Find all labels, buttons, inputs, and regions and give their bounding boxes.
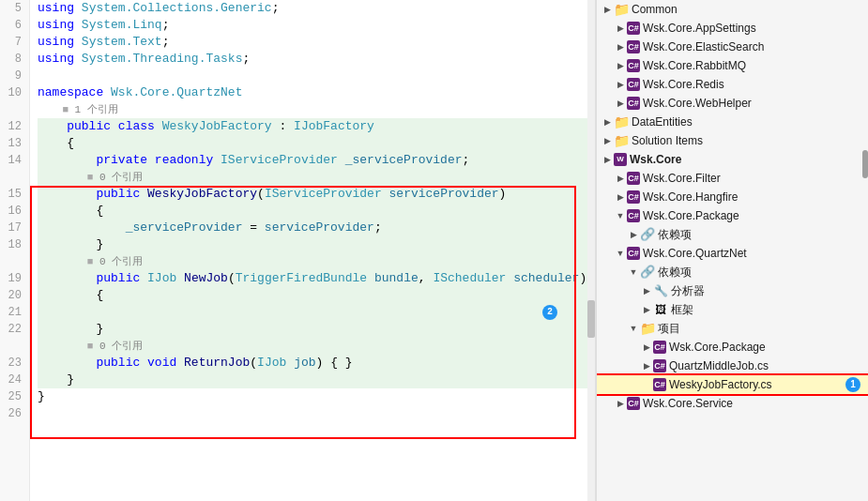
code-line: using System.Threading.Tasks; [38, 51, 595, 68]
node-label: Wsk.Core.RabbitMQ [643, 56, 746, 75]
solution-explorer-scrollbar[interactable] [862, 150, 868, 178]
code-line: namespace Wsk.Core.QuartzNet [38, 84, 595, 101]
code-line: using System.Linq; [38, 17, 595, 34]
tree-node-wskpkg2[interactable]: ▶ C# Wsk.Core.Package [597, 338, 868, 357]
tree-node-filter[interactable]: ▶ C# Wsk.Core.Filter [597, 169, 868, 188]
node-label: Wsk.Core.Redis [643, 75, 724, 94]
node-label: 框架 [671, 300, 693, 319]
ref-icon: 🔗 [640, 227, 655, 242]
tree-node-package[interactable]: ▼ C# Wsk.Core.Package [597, 206, 868, 225]
tree-node-pkg-deps[interactable]: ▶ 🔗 依赖项 [597, 225, 868, 244]
tree-node-webhelper[interactable]: ▶ C# Wsk.Core.WebHelper [597, 94, 868, 113]
tree-node-items[interactable]: ▼ 📁 项目 [597, 319, 868, 338]
tree-node-quartznet[interactable]: ▼ C# Wsk.Core.QuartzNet [597, 244, 868, 263]
expand-icon: ▶ [601, 115, 614, 129]
code-line: using System.Collections.Generic; [38, 0, 595, 17]
tree-node-solutionitems[interactable]: ▶ 📁 Solution Items [597, 131, 868, 150]
node-label: 依赖项 [658, 263, 692, 281]
code-line: } [38, 372, 595, 388]
cs-icon: C# [627, 172, 640, 185]
expand-icon: ▶ [614, 40, 627, 53]
tree-node-framework[interactable]: ▶ 🖼 框架 [597, 300, 868, 319]
tree-node-redis[interactable]: ▶ C# Wsk.Core.Redis [597, 75, 868, 94]
expand-icon: ▶ [614, 22, 627, 35]
cs-icon: C# [653, 341, 666, 354]
expand-icon: ▶ [627, 228, 640, 241]
tree-node-analyzer[interactable]: ▶ 🔧 分析器 [597, 281, 868, 300]
node-label: WeskyJobFactory.cs [669, 375, 772, 394]
framework-icon: 🖼 [653, 302, 668, 317]
code-line: return _serviceProvider.GetRequiredServi… [38, 304, 595, 321]
code-line: ■ 0 个引用 [38, 169, 595, 186]
line-numbers: 5 6 7 8 9 10 12 13 14 15 16 17 18 19 20 … [0, 0, 30, 501]
tree-node-appsettings[interactable]: ▶ C# Wsk.Core.AppSettings [597, 19, 868, 38]
folder-icon: 📁 [614, 114, 629, 129]
expand-icon: ▶ [614, 172, 627, 185]
cs-icon: C# [627, 209, 640, 222]
cs-icon: C# [627, 190, 640, 204]
folder-icon: 📁 [640, 321, 655, 336]
code-content[interactable]: using System.Collections.Generic; using … [30, 0, 595, 501]
code-line: ■ 1 个引用 [38, 101, 595, 118]
tree-node-dataentities[interactable]: ▶ 📁 DataEntities [597, 113, 868, 131]
cs-icon: C# [653, 378, 666, 391]
cs-icon: C# [627, 97, 640, 110]
code-line: using System.Text; [38, 34, 595, 51]
expand-icon: ▼ [614, 209, 627, 222]
tree-node-wskcore[interactable]: ▶ W Wsk.Core [597, 150, 868, 169]
tree-node-wskservice[interactable]: ▶ C# Wsk.Core.Service [597, 394, 868, 413]
expand-icon: ▶ [640, 284, 653, 297]
expand-icon: ▶ [601, 134, 614, 147]
code-line [38, 68, 595, 84]
tree-node-rabbitmq[interactable]: ▶ C# Wsk.Core.RabbitMQ [597, 56, 868, 75]
tree-node-elasticsearch[interactable]: ▶ C# Wsk.Core.ElasticSearch [597, 38, 868, 56]
node-label: Wsk.Core.QuartzNet [643, 244, 747, 263]
expand-icon: ▶ [614, 78, 627, 91]
expand-icon: ▼ [627, 322, 640, 335]
tree-node-quartzMiddle[interactable]: ▶ C# QuartzMiddleJob.cs [597, 357, 868, 375]
node-label: 项目 [658, 319, 680, 338]
expand-icon: ▼ [627, 266, 640, 279]
node-label: Wsk.Core.Package [669, 338, 766, 357]
expand-icon: ▶ [601, 3, 614, 16]
code-line: } [38, 236, 595, 253]
expand-icon: ▶ [614, 190, 627, 204]
tree-node-common[interactable]: ▶ 📁 Common [597, 0, 868, 19]
code-line: } [38, 388, 595, 405]
expand-icon [640, 378, 653, 391]
node-label-solution-items: Solution Items [632, 131, 703, 150]
expand-icon: ▶ [640, 341, 653, 354]
cs-icon: C# [653, 359, 666, 372]
code-editor: 5 6 7 8 9 10 12 13 14 15 16 17 18 19 20 … [0, 0, 596, 501]
node-label: Wsk.Core.Package [643, 206, 739, 225]
node-label: Wsk.Core [630, 150, 681, 169]
cs-icon: C# [627, 397, 640, 410]
tree-node-weskyFactory[interactable]: C# WeskyJobFactory.cs 1 [597, 375, 868, 394]
cs-icon: C# [627, 78, 640, 91]
node-label: Wsk.Core.WebHelper [643, 94, 752, 113]
scrollbar[interactable] [587, 0, 595, 501]
code-line: private readonly IServiceProvider _servi… [38, 152, 595, 169]
code-line: ■ 0 个引用 [38, 338, 595, 355]
tree-node-qn-deps[interactable]: ▼ 🔗 依赖项 [597, 263, 868, 281]
code-line: ■ 0 个引用 [38, 253, 595, 270]
cs-icon: C# [627, 22, 640, 35]
expand-icon: ▶ [640, 303, 653, 316]
scroll-thumb[interactable] [587, 300, 595, 338]
proj-icon: W [614, 153, 627, 166]
node-label: Wsk.Core.Service [643, 394, 733, 413]
node-label: Wsk.Core.Filter [643, 169, 721, 188]
cs-icon: C# [627, 59, 640, 72]
code-line: public void ReturnJob(IJob job) { } [38, 355, 595, 372]
node-label: QuartzMiddleJob.cs [669, 357, 769, 375]
code-line: _serviceProvider = serviceProvider; [38, 220, 595, 236]
cs-icon: C# [627, 247, 640, 260]
code-line: { [38, 203, 595, 220]
code-line: { [38, 287, 595, 304]
code-line: public class WeskyJobFactory : IJobFacto… [38, 118, 595, 135]
ref-icon: 🔗 [640, 265, 655, 280]
folder-icon: 📁 [614, 133, 629, 148]
tree-node-hangfire[interactable]: ▶ C# Wsk.Core.Hangfire [597, 188, 868, 206]
code-line: { [38, 135, 595, 152]
cs-icon: C# [627, 40, 640, 53]
